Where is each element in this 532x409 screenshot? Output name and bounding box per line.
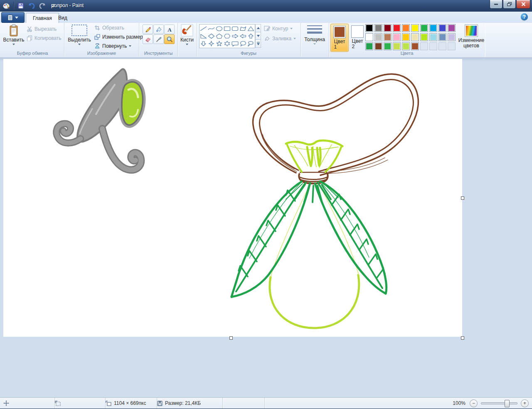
group-colors: Цвет 1 Цвет 2 Изменение цветов Цвета [329, 23, 485, 57]
shape-hexagon[interactable] [223, 32, 231, 40]
rotate-button[interactable]: Повернуть [94, 43, 131, 49]
minimize-button[interactable] [490, 0, 502, 9]
file-size-text: Размер: 21,4КБ [165, 400, 201, 406]
shape-arrow-left[interactable] [239, 32, 247, 40]
shape-star-6[interactable] [223, 40, 231, 47]
shape-arrow-down[interactable] [200, 40, 207, 47]
tab-view[interactable]: Вид [52, 13, 74, 23]
close-button[interactable] [516, 0, 530, 9]
palette-color-0-6[interactable] [420, 24, 428, 32]
palette-color-2-1[interactable] [374, 42, 382, 50]
palette-color-2-0[interactable] [365, 42, 373, 50]
palette-color-2-3[interactable] [393, 42, 401, 50]
palette-color-1-6[interactable] [420, 33, 428, 41]
shape-star-4[interactable] [207, 40, 215, 47]
shape-rectangle[interactable] [223, 25, 231, 32]
palette-color-0-9[interactable] [448, 24, 456, 32]
drawing-canvas[interactable] [3, 59, 462, 337]
canvas-resize-handle-corner[interactable] [461, 336, 464, 340]
shape-callout-rounded[interactable] [231, 40, 239, 47]
color1-swatch [333, 26, 346, 38]
edit-colors-button[interactable]: Изменение цветов [459, 24, 483, 49]
canvas-resize-handle-bottom[interactable] [229, 336, 233, 340]
shape-pentagon[interactable] [215, 32, 223, 40]
shape-arrow-up[interactable] [247, 32, 255, 40]
shape-rounded-rectangle[interactable] [231, 25, 239, 32]
copy-button[interactable]: Копировать [27, 35, 62, 41]
fill-bucket-tool-button[interactable] [153, 24, 164, 34]
empty-segment [219, 398, 265, 409]
palette-color-0-3[interactable] [393, 24, 401, 32]
palette-color-1-4[interactable] [402, 33, 410, 41]
color1-button[interactable]: Цвет 1 [330, 24, 349, 52]
redo-button[interactable] [38, 1, 47, 10]
svg-text:A: A [167, 27, 172, 33]
zoom-slider-thumb[interactable] [505, 400, 510, 407]
application-menu-button[interactable] [1, 12, 25, 23]
shape-ellipse[interactable] [215, 25, 223, 32]
save-button[interactable] [16, 1, 25, 10]
palette-color-1-1[interactable] [374, 33, 382, 41]
shape-callout-cloud[interactable] [247, 40, 255, 47]
selection-size-segment [52, 398, 106, 409]
gallery-scroll-down-button[interactable] [255, 32, 261, 40]
shape-right-triangle[interactable] [200, 32, 207, 40]
palette-color-2-5[interactable] [411, 42, 419, 50]
palette-color-0-5[interactable] [411, 24, 419, 32]
gallery-expand-button[interactable] [255, 39, 261, 48]
paste-button[interactable]: Вставить [3, 24, 24, 45]
palette-color-0-0[interactable] [365, 24, 373, 32]
palette-color-0-8[interactable] [438, 24, 446, 32]
zoom-out-button[interactable]: − [470, 399, 478, 407]
undo-button[interactable] [27, 1, 36, 10]
cut-button[interactable]: Вырезать [27, 26, 57, 32]
restore-button[interactable] [503, 0, 516, 9]
shape-fill-button[interactable]: Заливка [264, 36, 296, 42]
palette-color-0-7[interactable] [429, 24, 437, 32]
group-label-shapes: Фигуры [197, 51, 300, 56]
palette-color-1-0[interactable] [365, 33, 373, 41]
zoom-in-button[interactable]: + [521, 399, 529, 407]
shape-line[interactable] [200, 25, 207, 32]
magnifier-tool-button[interactable] [164, 34, 175, 44]
canvas-size-text: 1104 × 669пкс [114, 400, 146, 406]
canvas-resize-handle-right[interactable] [461, 196, 464, 200]
palette-color-1-2[interactable] [384, 33, 392, 41]
resize-button[interactable]: Изменить размер [94, 34, 143, 40]
canvas-artwork [3, 59, 462, 337]
palette-color-1-8[interactable] [438, 33, 446, 41]
thickness-button[interactable]: Толщина [302, 24, 327, 45]
palette-color-1-3[interactable] [393, 33, 401, 41]
palette-color-1-9[interactable] [448, 33, 456, 41]
shape-triangle[interactable] [247, 25, 255, 32]
text-tool-button[interactable]: A [164, 24, 175, 34]
select-button[interactable]: Выделить [68, 24, 91, 45]
palette-color-1-5[interactable] [411, 33, 419, 41]
color2-button[interactable]: Цвет 2 [350, 24, 365, 51]
help-button[interactable]: ? [521, 13, 528, 20]
chevron-down-icon [186, 44, 188, 45]
brushes-button[interactable]: Кисти [179, 24, 195, 45]
gallery-scroll-up-button[interactable] [255, 24, 261, 32]
palette-color-0-1[interactable] [374, 24, 382, 32]
palette-color-0-4[interactable] [402, 24, 410, 32]
palette-color-2-2[interactable] [384, 42, 392, 50]
shape-arrow-right[interactable] [231, 32, 239, 40]
color-picker-tool-button[interactable] [153, 34, 164, 44]
shape-callout-oval[interactable] [239, 40, 247, 47]
shape-polygon[interactable] [239, 25, 247, 32]
shape-diamond[interactable] [207, 32, 215, 40]
palette-color-2-4[interactable] [402, 42, 410, 50]
palette-color-0-2[interactable] [384, 24, 392, 32]
palette-color-1-7[interactable] [429, 33, 437, 41]
palette-empty-slot [429, 42, 437, 50]
canvas-area [0, 57, 532, 398]
shape-outline-button[interactable]: Контур [264, 26, 293, 32]
shape-curve[interactable] [207, 25, 215, 32]
zoom-slider-track[interactable] [481, 402, 517, 404]
group-thickness: Толщина [300, 23, 329, 57]
crop-button[interactable]: Обрезать [94, 25, 124, 31]
shape-star-5[interactable] [215, 40, 223, 47]
pencil-tool-button[interactable] [143, 24, 153, 34]
eraser-tool-button[interactable] [143, 34, 153, 44]
